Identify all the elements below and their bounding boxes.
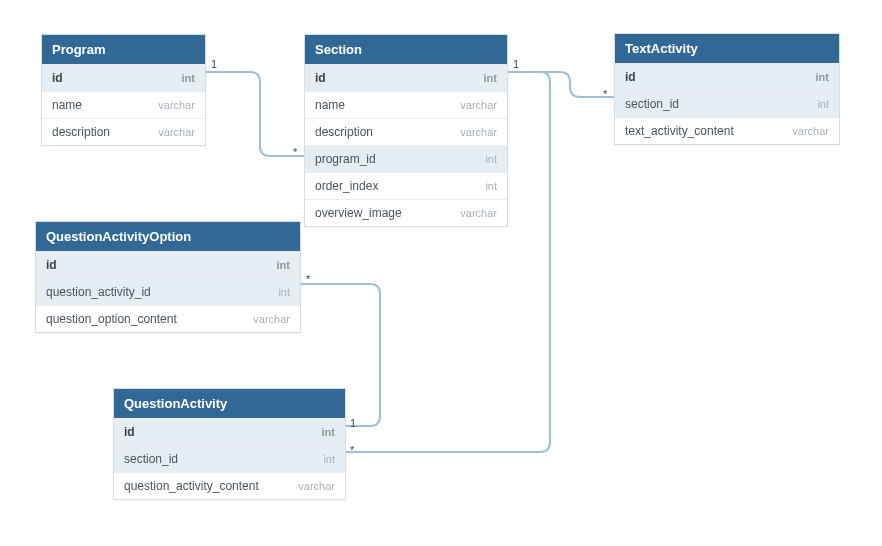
- cardinality-label: *: [350, 444, 354, 456]
- field-row: id int: [114, 418, 345, 445]
- field-name: section_id: [124, 452, 178, 466]
- field-name: question_activity_id: [46, 285, 151, 299]
- field-row: description varchar: [305, 118, 507, 145]
- entity-program[interactable]: Program id int name varchar description …: [41, 34, 206, 146]
- field-type: varchar: [158, 99, 195, 111]
- field-type: int: [278, 286, 290, 298]
- field-name: id: [625, 70, 636, 84]
- field-row: id int: [305, 64, 507, 91]
- field-row: section_id int: [615, 90, 839, 117]
- entity-title: QuestionActivity: [114, 389, 345, 418]
- field-row: program_id int: [305, 145, 507, 172]
- field-row: id int: [42, 64, 205, 91]
- field-type: int: [816, 71, 829, 83]
- field-row: order_index int: [305, 172, 507, 199]
- field-name: question_option_content: [46, 312, 177, 326]
- field-row: description varchar: [42, 118, 205, 145]
- field-type: int: [817, 98, 829, 110]
- field-type: int: [322, 426, 335, 438]
- field-name: description: [52, 125, 110, 139]
- field-row: name varchar: [42, 91, 205, 118]
- field-name: overview_image: [315, 206, 402, 220]
- field-type: int: [484, 72, 497, 84]
- field-name: program_id: [315, 152, 376, 166]
- field-type: varchar: [298, 480, 335, 492]
- field-name: name: [52, 98, 82, 112]
- field-name: order_index: [315, 179, 378, 193]
- entity-section[interactable]: Section id int name varchar description …: [304, 34, 508, 227]
- entity-title: QuestionActivityOption: [36, 222, 300, 251]
- field-type: varchar: [253, 313, 290, 325]
- field-name: id: [46, 258, 57, 272]
- field-name: id: [124, 425, 135, 439]
- cardinality-label: *: [306, 273, 310, 285]
- field-name: id: [315, 71, 326, 85]
- entity-title: TextActivity: [615, 34, 839, 63]
- field-name: question_activity_content: [124, 479, 259, 493]
- cardinality-label: 1: [211, 58, 217, 70]
- field-type: varchar: [460, 99, 497, 111]
- field-row: question_option_content varchar: [36, 305, 300, 332]
- entity-title: Section: [305, 35, 507, 64]
- cardinality-label: *: [603, 88, 607, 100]
- field-type: int: [277, 259, 290, 271]
- cardinality-label: *: [293, 146, 297, 158]
- field-name: name: [315, 98, 345, 112]
- cardinality-label: 1: [513, 58, 519, 70]
- field-row: section_id int: [114, 445, 345, 472]
- field-name: description: [315, 125, 373, 139]
- field-type: varchar: [158, 126, 195, 138]
- field-row: text_activity_content varchar: [615, 117, 839, 144]
- field-name: text_activity_content: [625, 124, 734, 138]
- entity-question-activity[interactable]: QuestionActivity id int section_id int q…: [113, 388, 346, 500]
- field-name: id: [52, 71, 63, 85]
- field-row: overview_image varchar: [305, 199, 507, 226]
- entity-title: Program: [42, 35, 205, 64]
- entity-text-activity[interactable]: TextActivity id int section_id int text_…: [614, 33, 840, 145]
- field-row: name varchar: [305, 91, 507, 118]
- field-type: varchar: [792, 125, 829, 137]
- field-type: int: [485, 180, 497, 192]
- field-type: int: [485, 153, 497, 165]
- entity-question-activity-option[interactable]: QuestionActivityOption id int question_a…: [35, 221, 301, 333]
- field-row: id int: [36, 251, 300, 278]
- field-type: varchar: [460, 126, 497, 138]
- field-row: id int: [615, 63, 839, 90]
- field-type: int: [323, 453, 335, 465]
- field-row: question_activity_id int: [36, 278, 300, 305]
- field-name: section_id: [625, 97, 679, 111]
- field-row: question_activity_content varchar: [114, 472, 345, 499]
- field-type: int: [182, 72, 195, 84]
- cardinality-label: 1: [350, 417, 356, 429]
- field-type: varchar: [460, 207, 497, 219]
